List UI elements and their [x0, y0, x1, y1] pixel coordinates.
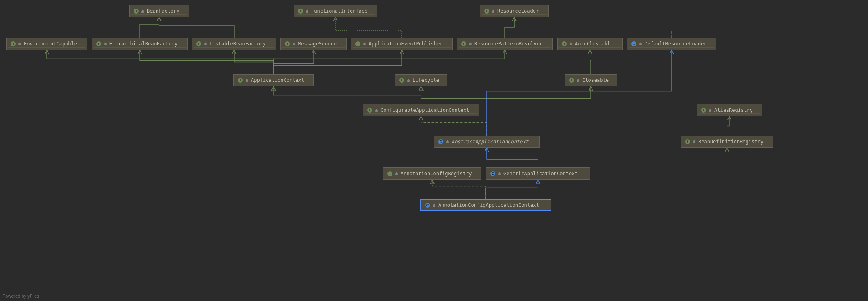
node-label: Lifecycle: [412, 77, 439, 83]
uml-node-BeanFactory[interactable]: IBeanFactory: [129, 5, 189, 17]
edge-Closeable-to-AutoCloseable: [590, 50, 591, 74]
lock-icon: [245, 79, 248, 82]
edge-ApplicationContext-to-HierarchicalBeanFactory: [140, 50, 273, 74]
interface-icon: I: [685, 139, 690, 144]
uml-node-ResourcePatternResolver[interactable]: IResourcePatternResolver: [457, 38, 553, 50]
interface-icon: I: [387, 171, 392, 176]
diagram-canvas[interactable]: IBeanFactoryIFunctionalInterfaceIResourc…: [0, 0, 868, 301]
uml-node-ListableBeanFactory[interactable]: IListableBeanFactory: [192, 38, 276, 50]
lock-icon: [18, 42, 21, 45]
node-label: MessageSource: [298, 41, 337, 47]
edge-GenericApplicationContext-to-AbstractApplicationContext: [487, 148, 538, 167]
uml-node-BeanDefinitionRegistry[interactable]: IBeanDefinitionRegistry: [681, 136, 773, 148]
uml-node-FunctionalInterface[interactable]: IFunctionalInterface: [294, 5, 377, 17]
node-label: BeanFactory: [147, 8, 179, 14]
lock-icon: [305, 9, 309, 13]
lock-icon: [292, 42, 296, 45]
edge-ConfigurableApplicationContext-to-Closeable: [421, 86, 591, 104]
lock-icon: [639, 42, 642, 45]
lock-icon: [492, 9, 495, 13]
interface-icon: I: [399, 78, 404, 83]
lock-icon: [395, 172, 398, 175]
node-label: ResourcePatternResolver: [474, 41, 542, 47]
edge-HierarchicalBeanFactory-to-BeanFactory: [140, 17, 159, 38]
lock-icon: [433, 204, 436, 207]
uml-node-AliasRegistry[interactable]: IAliasRegistry: [697, 104, 762, 116]
edge-GenericApplicationContext-to-BeanDefinitionRegistry: [538, 148, 727, 167]
lock-icon: [204, 42, 207, 45]
lock-icon: [469, 42, 472, 45]
uml-node-AnnotationConfigRegistry[interactable]: IAnnotationConfigRegistry: [383, 167, 481, 180]
uml-node-Closeable[interactable]: ICloseable: [565, 74, 617, 86]
interface-icon: I: [484, 9, 489, 14]
node-label: AutoCloseable: [575, 41, 613, 47]
interface-icon: I: [367, 108, 372, 113]
lock-icon: [407, 79, 410, 82]
interface-icon: I: [701, 108, 706, 113]
node-label: Closeable: [582, 77, 609, 83]
class-icon: C: [425, 203, 430, 208]
uml-node-HierarchicalBeanFactory[interactable]: IHierarchicalBeanFactory: [92, 38, 188, 50]
lock-icon: [576, 79, 580, 82]
interface-icon: I: [11, 41, 16, 46]
edge-ResourcePatternResolver-to-ResourceLoader: [505, 17, 514, 38]
interface-icon: I: [238, 78, 243, 83]
interface-icon: I: [196, 41, 201, 46]
node-label: AnnotationConfigApplicationContext: [438, 202, 539, 208]
edge-AnnotationConfigApplicationContext-to-AnnotationConfigRegistry: [432, 180, 486, 199]
node-label: ApplicationContext: [251, 77, 304, 83]
powered-by-label: Powered by yFiles: [2, 294, 39, 299]
node-label: ConfigurableApplicationContext: [380, 107, 469, 113]
uml-node-ResourceLoader[interactable]: IResourceLoader: [480, 5, 549, 17]
node-label: AnnotationConfigRegistry: [401, 171, 472, 177]
interface-icon: I: [134, 9, 139, 14]
node-label: FunctionalInterface: [311, 8, 367, 14]
node-label: DefaultResourceLoader: [645, 41, 707, 47]
edge-DefaultResourceLoader-to-ResourceLoader: [514, 17, 672, 38]
uml-node-GenericApplicationContext[interactable]: CGenericApplicationContext: [486, 167, 590, 180]
uml-node-AbstractApplicationContext[interactable]: CAbstractApplicationContext: [434, 136, 540, 148]
edge-ApplicationEventPublisher-to-FunctionalInterface: [335, 17, 402, 38]
node-label: GenericApplicationContext: [503, 171, 578, 177]
node-label: BeanDefinitionRegistry: [698, 139, 763, 145]
uml-node-AnnotationConfigApplicationContext[interactable]: CAnnotationConfigApplicationContext: [420, 199, 551, 211]
lock-icon: [693, 140, 696, 143]
interface-icon: I: [355, 41, 360, 46]
lock-icon: [709, 109, 712, 112]
node-label: ApplicationEventPublisher: [369, 41, 443, 47]
uml-node-EnvironmentCapable[interactable]: IEnvironmentCapable: [6, 38, 87, 50]
interface-icon: I: [461, 41, 466, 46]
lock-icon: [446, 140, 449, 143]
uml-node-ConfigurableApplicationContext[interactable]: IConfigurableApplicationContext: [363, 104, 479, 116]
edge-ApplicationContext-to-ListableBeanFactory: [234, 50, 273, 74]
lock-icon: [104, 42, 107, 45]
uml-node-ApplicationContext[interactable]: IApplicationContext: [233, 74, 314, 86]
class-icon: C: [631, 41, 636, 46]
class-icon: C: [438, 139, 443, 144]
node-label: ListableBeanFactory: [210, 41, 266, 47]
edge-AbstractApplicationContext-to-ConfigurableApplicationContext: [421, 116, 487, 136]
edge-ApplicationContext-to-MessageSource: [273, 50, 314, 74]
node-label: ResourceLoader: [497, 8, 539, 14]
interface-icon: I: [562, 41, 567, 46]
node-label: EnvironmentCapable: [24, 41, 77, 47]
lock-icon: [375, 109, 378, 112]
lock-icon: [363, 42, 366, 45]
class-icon: C: [490, 171, 495, 176]
interface-icon: I: [96, 41, 101, 46]
edge-ApplicationContext-to-EnvironmentCapable: [47, 50, 273, 74]
edge-AbstractApplicationContext-to-DefaultResourceLoader: [487, 50, 672, 136]
edge-AnnotationConfigApplicationContext-to-GenericApplicationContext: [486, 180, 538, 199]
node-label: AliasRegistry: [714, 107, 753, 113]
edge-ConfigurableApplicationContext-to-ApplicationContext: [273, 86, 421, 104]
uml-node-Lifecycle[interactable]: ILifecycle: [395, 74, 447, 86]
lock-icon: [141, 9, 144, 13]
uml-node-ApplicationEventPublisher[interactable]: IApplicationEventPublisher: [351, 38, 453, 50]
uml-node-DefaultResourceLoader[interactable]: CDefaultResourceLoader: [627, 38, 716, 50]
uml-node-AutoCloseable[interactable]: IAutoCloseable: [557, 38, 623, 50]
edge-ApplicationContext-to-ResourcePatternResolver: [273, 50, 505, 74]
interface-icon: I: [285, 41, 290, 46]
lock-icon: [498, 172, 501, 175]
uml-node-MessageSource[interactable]: IMessageSource: [280, 38, 347, 50]
interface-icon: I: [569, 78, 574, 83]
